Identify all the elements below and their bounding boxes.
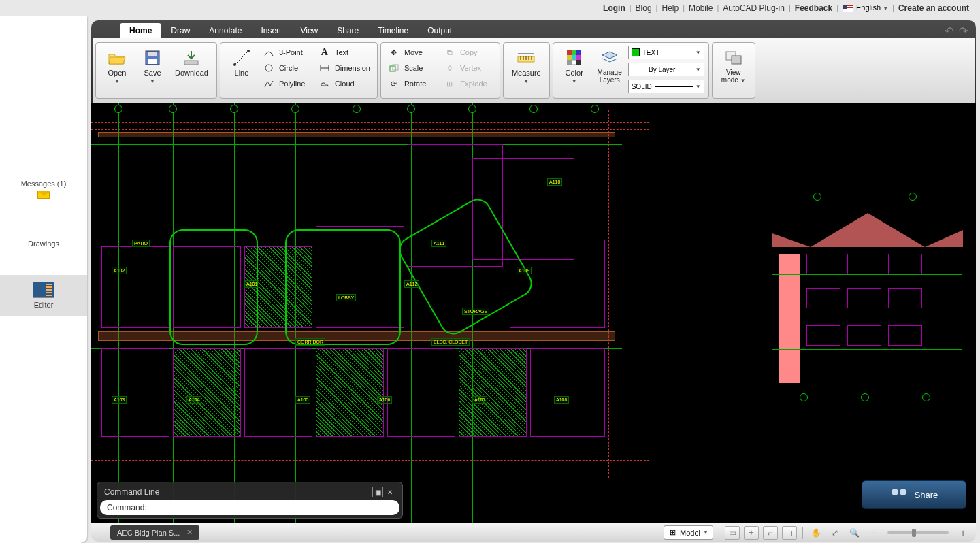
sidebar-editor[interactable]: Editor <box>0 275 87 316</box>
scale-button[interactable]: Scale <box>385 61 440 75</box>
label-patio: PATIO <box>132 240 150 247</box>
vertex-icon: ◊ <box>444 63 456 73</box>
tab-annotate[interactable]: Annotate <box>199 23 251 38</box>
tab-draw[interactable]: Draw <box>161 23 199 38</box>
cloud-button[interactable]: Cloud <box>316 77 373 90</box>
workspace: Home Draw Annotate Insert View Share Tim… <box>87 16 980 543</box>
sidebar-drawings[interactable]: Drawings <box>0 233 87 254</box>
tab-view[interactable]: View <box>291 23 327 38</box>
label-a103: A103 <box>112 396 127 404</box>
login-link[interactable]: Login <box>603 3 625 13</box>
share-button[interactable]: Share <box>862 480 966 509</box>
lineweight-select[interactable]: By Layer▼ <box>628 63 704 76</box>
save-button[interactable]: Save▼ <box>135 46 169 87</box>
svg-rect-21 <box>572 50 576 55</box>
redo-button[interactable]: ↷ <box>959 24 968 37</box>
line-icon <box>232 48 251 67</box>
sidebar-messages[interactable]: Messages (1) <box>0 180 87 205</box>
label-lobby: LOBBY <box>336 294 356 301</box>
mail-icon <box>37 191 50 199</box>
color-button[interactable]: Color▼ <box>557 46 591 87</box>
linetype-select[interactable]: SOLID▼ <box>628 80 704 93</box>
flag-us-icon <box>843 5 853 12</box>
zoom-extents-button[interactable]: ⤢ <box>828 526 843 540</box>
label-a104: A104 <box>186 396 201 404</box>
command-collapse-button[interactable]: ▣ <box>372 487 383 497</box>
panel-modify: ✥Move Scale ⟳Rotate ⧉Copy ◊Vertex ⊞Explo… <box>380 42 500 99</box>
panel-draw: Line 3-Point Circle Polyline AText Dimen… <box>220 42 378 99</box>
move-button[interactable]: ✥Move <box>385 46 440 59</box>
command-close-button[interactable]: ✕ <box>385 487 395 497</box>
tab-output[interactable]: Output <box>418 23 461 38</box>
line-button[interactable]: Line <box>225 46 259 80</box>
viewport-4-button[interactable]: ◻ <box>782 526 797 540</box>
threepoint-button[interactable]: 3-Point <box>260 46 314 59</box>
zoom-button[interactable]: 🔍 <box>847 526 862 540</box>
file-tab[interactable]: AEC Bldg Plan S... ✕ <box>110 525 199 540</box>
viewport-1-button[interactable]: ▭ <box>725 526 740 540</box>
svg-rect-20 <box>567 50 572 55</box>
svg-rect-22 <box>576 50 581 55</box>
blog-link[interactable]: Blog <box>636 3 652 13</box>
panel-layers: Color▼ ManageLayers TEXT▼ By Layer▼ SOLI… <box>553 42 709 99</box>
grid-icon: ⊞ <box>670 528 676 537</box>
polyline-button[interactable]: Polyline <box>260 77 314 90</box>
polyline-icon <box>263 78 275 89</box>
vertex-button[interactable]: ◊Vertex <box>441 61 495 75</box>
svg-rect-23 <box>567 55 572 60</box>
zoom-in-button[interactable]: + <box>956 526 970 540</box>
circle-button[interactable]: Circle <box>260 61 314 75</box>
close-file-button[interactable]: ✕ <box>186 528 193 537</box>
svg-rect-25 <box>576 55 581 60</box>
text-button[interactable]: AText <box>316 46 373 59</box>
help-link[interactable]: Help <box>662 3 679 13</box>
feedback-link[interactable]: Feedback <box>795 3 832 13</box>
command-line-panel: Command Line ▣ ✕ Command: <box>97 482 403 519</box>
download-icon <box>182 48 201 67</box>
tab-share[interactable]: Share <box>327 23 368 38</box>
manage-layers-button[interactable]: ManageLayers <box>593 46 627 86</box>
language-selector[interactable]: English ▼ <box>843 3 888 12</box>
layers-icon <box>600 48 619 67</box>
label-a101: A101 <box>244 280 259 288</box>
download-button[interactable]: Download <box>171 46 212 80</box>
tab-home[interactable]: Home <box>120 23 161 38</box>
label-a112: A112 <box>404 280 419 288</box>
mobile-link[interactable]: Mobile <box>689 3 713 13</box>
viewmode-button[interactable]: Viewmode ▼ <box>717 46 751 87</box>
move-icon: ✥ <box>388 47 400 58</box>
undo-button[interactable]: ↶ <box>945 24 953 37</box>
folder-open-icon <box>108 48 127 67</box>
rotate-button[interactable]: ⟳Rotate <box>385 77 440 90</box>
svg-point-5 <box>233 63 236 66</box>
tab-insert[interactable]: Insert <box>251 23 291 38</box>
layer-select[interactable]: TEXT▼ <box>628 46 704 59</box>
zoom-out-button[interactable]: − <box>866 526 881 540</box>
model-space-select[interactable]: ⊞ Model ▾ <box>664 525 713 540</box>
label-a109: A109 <box>517 267 532 274</box>
explode-button[interactable]: ⊞Explode <box>441 77 495 90</box>
people-icon <box>890 489 908 501</box>
zoom-slider[interactable] <box>887 531 949 534</box>
plugin-link[interactable]: AutoCAD Plug-in <box>723 3 785 13</box>
create-account-link[interactable]: Create an account <box>898 3 969 13</box>
svg-point-6 <box>247 50 250 52</box>
drawing-canvas[interactable]: LOBBY CORRIDOR STORAGE ELEC. CLOSET PATI… <box>91 103 976 523</box>
tab-timeline[interactable]: Timeline <box>368 23 418 38</box>
dimension-button[interactable]: Dimension <box>316 61 373 75</box>
copy-button[interactable]: ⧉Copy <box>441 46 495 59</box>
label-storage: STORAGE <box>462 308 489 315</box>
pan-button[interactable]: ✋ <box>808 526 823 540</box>
svg-rect-26 <box>567 60 572 65</box>
viewport-3-button[interactable]: ⌐ <box>763 526 778 540</box>
svg-rect-27 <box>572 60 576 65</box>
top-navigation: Login| Blog| Help| Mobile| AutoCAD Plug-… <box>0 0 980 16</box>
command-input[interactable]: Command: <box>100 500 399 515</box>
viewport-2-button[interactable]: ＋ <box>744 526 759 540</box>
label-corridor: CORRIDOR <box>295 338 325 346</box>
viewmode-icon <box>724 48 743 67</box>
measure-button[interactable]: Measure▼ <box>508 46 545 87</box>
open-button[interactable]: Open▼ <box>100 46 134 87</box>
svg-rect-24 <box>572 55 576 60</box>
panel-view: Viewmode ▼ <box>712 42 755 99</box>
